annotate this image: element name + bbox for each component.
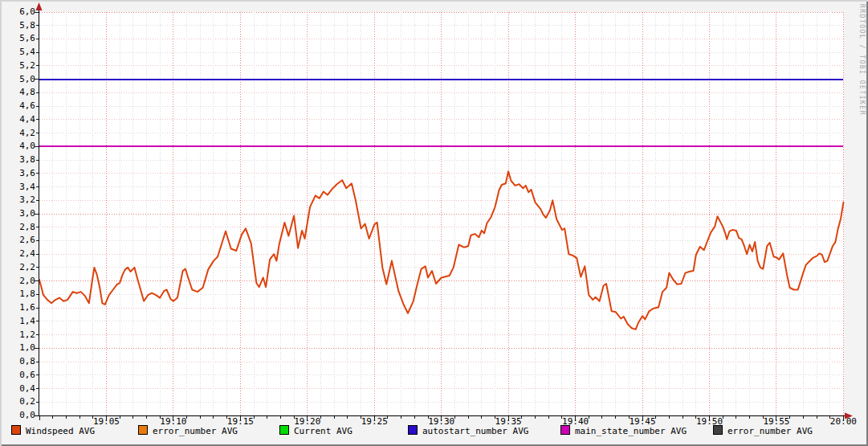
y-axis-tick-label: 5,6	[3, 34, 35, 43]
y-axis-tick-label: 2,4	[3, 249, 35, 259]
y-axis-tick-label: 3,0	[3, 209, 35, 219]
y-axis-tick-label: 1,8	[3, 289, 35, 299]
chart-plot-area	[0, 0, 868, 446]
y-axis-tick-label: 5,2	[3, 61, 35, 71]
y-axis-tick-label: 5,4	[3, 47, 35, 57]
legend-item: main_state_number AVG	[560, 425, 687, 438]
rrdtool-watermark: RRDTOOL / TOBI OETIKER	[858, 4, 866, 116]
legend-item: autostart_number AVG	[408, 425, 528, 438]
legend-label: Current AVG	[294, 426, 352, 436]
y-axis-tick-label: 0,0	[3, 411, 35, 420]
legend-label: main_state_number AVG	[575, 426, 687, 436]
y-axis-tick-label: 3,8	[3, 155, 35, 165]
y-axis-tick-label: 2,0	[3, 276, 35, 286]
legend-swatch-icon	[11, 425, 21, 435]
y-axis-arrow-icon	[36, 2, 43, 10]
y-axis-tick-label: 2,8	[3, 223, 35, 232]
y-axis-tick-label: 4,8	[3, 88, 35, 97]
legend-swatch-icon	[138, 425, 148, 435]
y-axis-tick-label: 0,2	[3, 397, 35, 407]
y-axis-tick-label: 0,6	[3, 370, 35, 380]
legend-item: error_number AVG	[138, 425, 238, 438]
rrdtool-graph: 0,00,20,40,60,81,01,21,41,61,82,02,22,42…	[0, 0, 868, 446]
y-axis-tick-label: 1,2	[3, 330, 35, 340]
y-axis-tick-label: 4,6	[3, 101, 35, 111]
y-axis-tick-label: 2,6	[3, 235, 35, 245]
legend-item: Current AVG	[279, 425, 352, 438]
y-axis-tick-label: 0,8	[3, 357, 35, 366]
legend-label: autostart_number AVG	[422, 426, 528, 436]
legend-item: Windspeed AVG	[11, 425, 95, 438]
y-axis-tick-label: 0,4	[3, 384, 35, 394]
legend-item: error_number AVG	[713, 425, 813, 438]
legend-swatch-icon	[713, 425, 723, 435]
y-axis-tick-label: 1,4	[3, 317, 35, 326]
y-axis-tick-label: 3,6	[3, 169, 35, 178]
x-axis-tick-label: 20:00	[821, 417, 866, 427]
legend-swatch-icon	[279, 425, 289, 435]
y-axis-tick-label: 5,0	[3, 75, 35, 84]
y-axis-tick-label: 1,6	[3, 303, 35, 313]
y-axis-tick-label: 4,0	[3, 141, 35, 151]
y-axis-tick-label: 2,2	[3, 263, 35, 272]
y-axis-tick-label: 4,2	[3, 129, 35, 138]
legend-swatch-icon	[408, 425, 418, 435]
y-axis-tick-label: 1,0	[3, 343, 35, 353]
y-axis-tick-label: 5,8	[3, 21, 35, 31]
legend-label: Windspeed AVG	[26, 426, 95, 436]
legend-label: error_number AVG	[727, 426, 813, 436]
y-axis-tick-label: 3,2	[3, 195, 35, 205]
x-axis-tick-label: 19:25	[352, 417, 397, 427]
y-axis-tick-label: 3,4	[3, 182, 35, 192]
y-axis-tick-label: 4,4	[3, 115, 35, 125]
y-axis-tick-label: 6,0	[3, 7, 35, 17]
legend-label: error_number AVG	[153, 426, 238, 436]
legend-swatch-icon	[560, 425, 570, 435]
